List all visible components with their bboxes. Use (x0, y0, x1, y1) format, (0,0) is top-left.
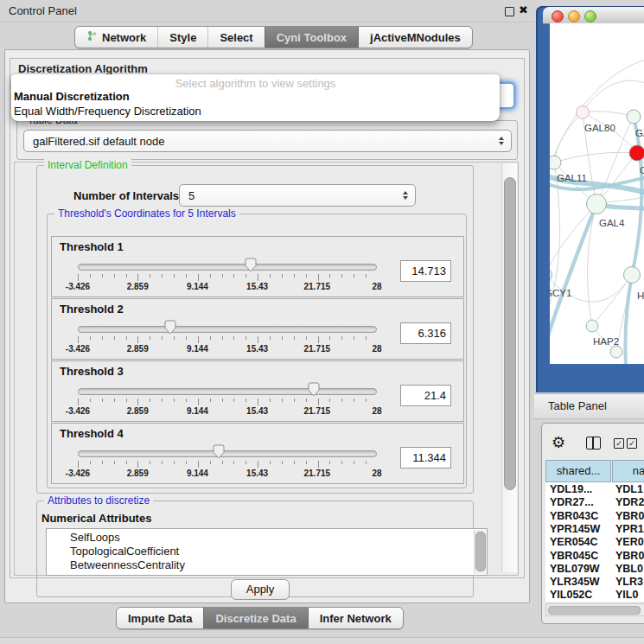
bottom-tab-bar: Impute DataDiscretize DataInfer Network (116, 607, 404, 629)
cell-shared-name: YDR27... (550, 496, 594, 508)
close-icon[interactable]: ✖ (519, 3, 528, 16)
popup-option[interactable]: Manual Discretization (14, 90, 493, 103)
node-red[interactable] (629, 145, 644, 161)
table-row[interactable]: YDL19...YDL1 (545, 483, 644, 496)
node-hap2[interactable] (586, 320, 598, 332)
mac-zoom-icon[interactable] (584, 10, 596, 22)
tab-jactivemnodules[interactable]: jActiveMNodules (358, 27, 472, 48)
horizontal-scrollbar[interactable] (545, 603, 644, 616)
slider-axis-labels: -3.4262.8599.14415.4321.71528 (78, 282, 377, 292)
node-bottom[interactable] (610, 346, 622, 358)
slider-track[interactable] (78, 388, 377, 395)
axis-tick-label: 9.144 (187, 282, 208, 291)
cell-shared-name: YER054C (550, 536, 598, 548)
tab-network[interactable]: Network (75, 27, 157, 48)
table-row[interactable]: YBR043CYBR0 (545, 510, 644, 523)
slider[interactable]: -3.4262.8599.14415.4321.71528 (78, 320, 377, 356)
tab-discretize-data[interactable]: Discretize Data (203, 608, 307, 628)
node-label: H (637, 290, 644, 301)
table-row[interactable]: YBL079WYBL0 (545, 563, 644, 576)
axis-tick-label: 28 (372, 344, 381, 354)
slider-track[interactable] (78, 326, 377, 333)
float-window-icon[interactable] (505, 7, 514, 16)
slider[interactable]: -3.4262.8599.14415.4321.71528 (78, 444, 377, 481)
stepper-icon[interactable] (499, 137, 511, 145)
checkbox-icon[interactable]: ✓ (614, 438, 624, 449)
node-gcy1[interactable] (550, 269, 552, 282)
table-row[interactable]: YBR045CYBR0 (545, 550, 644, 563)
slider-handle[interactable] (244, 258, 257, 272)
list-item[interactable]: BetweennessCentrality (70, 558, 185, 571)
table-data-combobox[interactable]: galFiltered.sif default node (23, 130, 512, 152)
screen: Control Panel ✖ NetworkStyleSelectCyni T… (0, 0, 644, 644)
cell-shared-name: YIL052C (550, 589, 592, 601)
tab-cyni-toolbox[interactable]: Cyni Toolbox (265, 27, 358, 48)
mac-minimize-icon[interactable] (568, 10, 580, 22)
popup-option[interactable]: Equal Width/Frequency Discretization (14, 105, 493, 118)
list-scrollbar[interactable] (474, 530, 486, 574)
tab-label: Cyni Toolbox (277, 31, 347, 44)
node-h[interactable] (624, 267, 641, 284)
interval-definition-label: Interval Definition (44, 159, 131, 171)
list-item[interactable]: SelfLoops (70, 531, 120, 544)
network-icon (86, 30, 98, 44)
table-row[interactable]: YDR27...YDR2 (545, 496, 644, 509)
network-edge (554, 152, 637, 163)
slider[interactable]: -3.4262.8599.14415.4321.71528 (78, 382, 377, 418)
table-row[interactable]: YPR145WYPR1 (545, 523, 644, 536)
threshold-value-field[interactable]: 14.713 (400, 260, 451, 282)
scrollbar-thumb[interactable] (548, 606, 641, 615)
network-edge (583, 112, 634, 117)
table-row[interactable]: YIL052CYIL0 (545, 589, 644, 602)
numerical-attributes-list[interactable]: SelfLoopsTopologicalCoefficientBetweenne… (46, 528, 488, 576)
slider-handle[interactable] (212, 444, 225, 459)
axis-tick-label: 9.144 (187, 344, 208, 354)
number-of-intervals-label: Number of Intervals (73, 189, 179, 202)
stepper-icon[interactable] (403, 191, 415, 200)
vertical-scrollbar[interactable] (501, 163, 517, 572)
slider-handle[interactable] (308, 382, 321, 397)
column-header-name[interactable]: na (612, 460, 644, 482)
tab-label: Infer Network (320, 612, 392, 625)
cell-shared-name: YPR145W (550, 523, 600, 535)
slider-track[interactable] (78, 264, 377, 271)
scrollbar-thumb[interactable] (504, 177, 516, 490)
column-header-shared-name[interactable]: shared... (545, 460, 611, 482)
threshold-value-field[interactable]: 21.4 (400, 385, 451, 406)
threshold-value-field[interactable]: 6.316 (400, 322, 451, 344)
mac-close-icon[interactable] (552, 10, 564, 22)
list-scrollbar-thumb[interactable] (475, 532, 486, 571)
table-row[interactable]: YER054CYER0 (545, 536, 644, 549)
tab-infer-network[interactable]: Infer Network (308, 608, 403, 628)
column-view-icon[interactable] (586, 437, 601, 450)
threshold-box: Threshold 4 -3.4262.8599.14415.4321.7152… (51, 423, 464, 484)
node-gal11[interactable] (550, 156, 561, 169)
tab-select[interactable]: Select (207, 27, 264, 48)
apply-button[interactable]: Apply (231, 579, 290, 600)
axis-tick-label: 28 (372, 406, 381, 416)
slider-handle[interactable] (164, 320, 177, 335)
slider[interactable]: -3.4262.8599.14415.4321.71528 (78, 258, 377, 294)
tab-impute-data[interactable]: Impute Data (117, 608, 203, 628)
axis-tick-label: -3.426 (66, 406, 90, 416)
node-gal4[interactable] (587, 194, 607, 214)
node-pink[interactable] (577, 106, 590, 119)
panel-title: Control Panel (9, 4, 77, 17)
node-top-right[interactable] (627, 110, 641, 124)
list-item[interactable]: TopologicalCoefficient (70, 545, 179, 558)
checkbox-icon[interactable]: ✓ (627, 438, 637, 449)
network-edge (554, 112, 583, 163)
control-panel-titlebar: Control Panel (0, 0, 534, 22)
table-panel-title: Table Panel (548, 399, 607, 412)
table-row[interactable]: YLR345WYLR3 (545, 576, 644, 589)
network-window-titlebar[interactable] (543, 7, 644, 24)
network-canvas[interactable]: GAL80GACGAL11GAL4GCY1HHAP2 (550, 23, 644, 364)
axis-tick-label: 21.715 (304, 344, 331, 354)
cell-name: YBR0 (615, 550, 644, 562)
tab-style[interactable]: Style (157, 27, 207, 48)
threshold-value-field[interactable]: 11.344 (400, 447, 451, 469)
number-of-intervals-combobox[interactable]: 5 (179, 184, 416, 207)
gear-icon[interactable]: ⚙ (552, 433, 565, 451)
threshold-label: Threshold 3 (60, 365, 124, 378)
slider-track[interactable] (78, 450, 377, 457)
